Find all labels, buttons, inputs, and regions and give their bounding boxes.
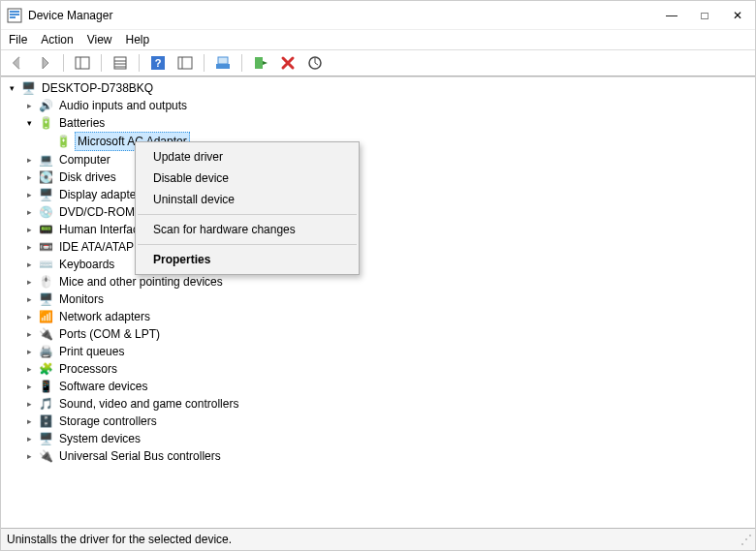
node-label: Audio inputs and outputs (57, 97, 189, 114)
chevron-right-icon[interactable]: ▸ (22, 292, 36, 306)
category-node[interactable]: ▸📶Network adapters (1, 308, 755, 325)
view-tree-icon[interactable] (174, 52, 196, 74)
node-label: Storage controllers (57, 413, 159, 430)
category-node[interactable]: ▸📟Human Interface Devices (1, 221, 755, 238)
close-button[interactable]: ✕ (730, 9, 745, 22)
enable-device-icon[interactable] (250, 52, 271, 74)
context-menu-item[interactable]: Scan for hardware changes (136, 219, 359, 240)
window-title: Device Manager (28, 9, 664, 22)
category-node[interactable]: ▸🧩Processors (1, 360, 755, 378)
svg-rect-15 (218, 57, 228, 64)
chevron-down-icon[interactable]: ▾ (5, 81, 18, 95)
toolbar-separator (101, 54, 102, 72)
device-icon: 🗄️ (38, 413, 53, 429)
chevron-right-icon[interactable]: ▸ (22, 240, 36, 254)
minimize-button[interactable]: — (664, 9, 679, 22)
menubar: File Action View Help (1, 30, 755, 49)
category-node[interactable]: ▸📱Software devices (1, 378, 755, 395)
menu-file[interactable]: File (9, 33, 27, 46)
context-menu-divider (138, 214, 357, 215)
chevron-right-icon[interactable]: ▸ (22, 414, 36, 428)
show-hide-console-icon[interactable] (72, 52, 93, 74)
chevron-right-icon[interactable]: ▸ (22, 153, 36, 167)
device-icon: 🖥️ (38, 431, 53, 446)
node-label: Sound, video and game controllers (57, 395, 240, 413)
window-controls: — □ ✕ (664, 9, 749, 22)
update-driver-icon[interactable] (212, 52, 234, 74)
svg-rect-4 (76, 57, 89, 69)
context-menu-item[interactable]: Disable device (136, 168, 359, 189)
forward-button[interactable] (34, 52, 55, 74)
context-menu-item[interactable]: Update driver (136, 146, 359, 168)
toolbar: ? (1, 49, 755, 77)
device-tree[interactable]: ▾ 🖥️ DESKTOP-D738BKQ▸🔊Audio inputs and o… (1, 77, 755, 467)
category-node[interactable]: ▸🎵Sound, video and game controllers (1, 395, 755, 413)
context-menu-item[interactable]: Properties (136, 249, 359, 270)
chevron-right-icon[interactable]: ▸ (22, 275, 36, 289)
context-menu-divider (138, 244, 357, 245)
menu-action[interactable]: Action (41, 33, 73, 46)
svg-rect-1 (10, 11, 19, 13)
node-label: Network adapters (57, 308, 152, 325)
device-icon: 💽 (38, 169, 53, 185)
app-icon (7, 8, 22, 23)
category-node[interactable]: ▸🗄️Storage controllers (1, 413, 755, 430)
device-icon: 🎵 (38, 396, 53, 412)
device-icon: 🔊 (38, 98, 53, 113)
device-icon: ⌨️ (38, 257, 53, 272)
chevron-right-icon[interactable]: ▸ (22, 432, 36, 445)
tree-root[interactable]: ▾ 🖥️ DESKTOP-D738BKQ (1, 79, 755, 97)
category-node[interactable]: ▸🔌Ports (COM & LPT) (1, 325, 755, 343)
device-node[interactable]: 🔋Microsoft AC Adapter (1, 132, 755, 151)
chevron-right-icon[interactable]: ▸ (22, 345, 36, 358)
category-node[interactable]: ▸💿DVD/CD-ROM drives (1, 203, 755, 221)
category-node[interactable]: ▾🔋Batteries (1, 114, 755, 132)
svg-rect-14 (216, 64, 230, 69)
properties-icon[interactable] (110, 52, 131, 74)
device-icon: 🔋 (55, 134, 71, 149)
category-node[interactable]: ▸📼IDE ATA/ATAPI controllers (1, 238, 755, 256)
menu-help[interactable]: Help (126, 33, 150, 46)
help-icon[interactable]: ? (147, 52, 169, 74)
category-node[interactable]: ▸🖨️Print queues (1, 343, 755, 360)
menu-view[interactable]: View (87, 33, 112, 46)
chevron-right-icon[interactable]: ▸ (22, 380, 36, 393)
node-label: Disk drives (57, 168, 118, 186)
category-node[interactable]: ▸🖥️System devices (1, 430, 755, 447)
category-node[interactable]: ▸🔊Audio inputs and outputs (1, 97, 755, 114)
titlebar: Device Manager — □ ✕ (1, 1, 755, 30)
chevron-right-icon[interactable]: ▸ (22, 327, 36, 341)
category-node[interactable]: ▸🖥️Monitors (1, 291, 755, 308)
chevron-right-icon[interactable]: ▸ (22, 205, 36, 219)
device-icon: 💻 (38, 152, 53, 168)
device-tree-wrap: ▾ 🖥️ DESKTOP-D738BKQ▸🔊Audio inputs and o… (1, 77, 755, 528)
chevron-right-icon[interactable]: ▸ (22, 99, 36, 112)
chevron-right-icon[interactable]: ▸ (22, 310, 36, 323)
uninstall-device-icon[interactable] (277, 52, 299, 74)
chevron-right-icon[interactable]: ▸ (22, 258, 36, 271)
resize-grip[interactable]: ⋰ (740, 533, 749, 546)
category-node[interactable]: ▸💽Disk drives (1, 168, 755, 186)
device-icon: 🧩 (38, 361, 53, 377)
toolbar-separator (204, 54, 205, 72)
context-menu-item[interactable]: Uninstall device (136, 189, 359, 210)
category-node[interactable]: ▸🔌Universal Serial Bus controllers (1, 447, 755, 465)
scan-hardware-icon[interactable] (304, 52, 326, 74)
chevron-right-icon[interactable]: ▸ (22, 170, 36, 184)
device-icon: 💿 (38, 204, 53, 220)
category-node[interactable]: ▸⌨️Keyboards (1, 256, 755, 273)
category-node[interactable]: ▸🖥️Display adapters (1, 186, 755, 203)
chevron-right-icon[interactable]: ▸ (22, 362, 36, 376)
node-label: Print queues (57, 343, 126, 360)
chevron-right-icon[interactable]: ▸ (22, 223, 36, 236)
maximize-button[interactable]: □ (697, 9, 712, 22)
toolbar-separator (241, 54, 242, 72)
back-button[interactable] (7, 52, 28, 74)
context-menu: Update driverDisable deviceUninstall dev… (135, 141, 360, 275)
chevron-right-icon[interactable]: ▸ (22, 449, 36, 463)
chevron-right-icon[interactable]: ▸ (22, 397, 36, 411)
chevron-right-icon[interactable]: ▸ (22, 188, 36, 201)
chevron-down-icon[interactable]: ▾ (22, 116, 36, 130)
category-node[interactable]: ▸🖱️Mice and other pointing devices (1, 273, 755, 291)
category-node[interactable]: ▸💻Computer (1, 151, 755, 168)
